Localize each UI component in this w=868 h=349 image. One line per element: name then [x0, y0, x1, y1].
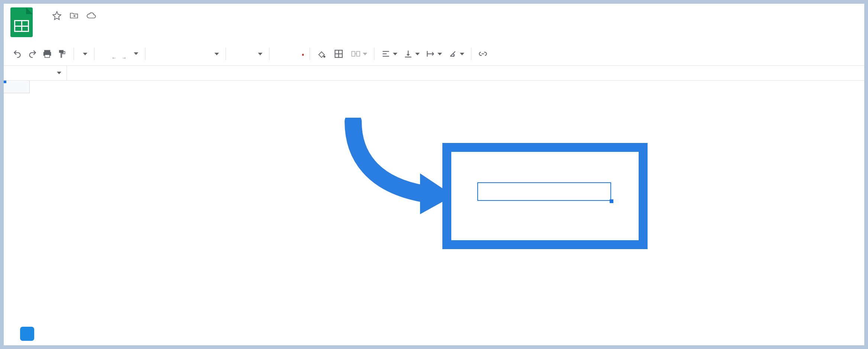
svg-rect-6 [352, 52, 355, 56]
toolbar: ← → [4, 42, 864, 66]
svg-point-2 [323, 56, 325, 57]
insert-link-icon[interactable] [478, 49, 488, 59]
borders-icon[interactable] [334, 49, 343, 59]
zoom-dropdown[interactable] [81, 53, 87, 55]
decrease-decimal-button[interactable]: ← [112, 49, 116, 59]
star-icon[interactable] [52, 11, 62, 20]
formula-input[interactable] [80, 66, 864, 80]
move-to-folder-icon[interactable] [69, 11, 79, 20]
horizontal-align-dropdown[interactable] [381, 49, 397, 59]
font-family-dropdown[interactable] [152, 53, 219, 55]
vertical-align-dropdown[interactable] [403, 49, 420, 59]
grid-container [4, 81, 864, 345]
select-all-corner[interactable] [4, 81, 30, 93]
text-rotation-dropdown[interactable] [448, 49, 464, 59]
text-wrap-dropdown[interactable] [426, 49, 442, 59]
more-formats-dropdown[interactable] [132, 52, 138, 55]
header [4, 4, 864, 37]
undo-icon[interactable] [13, 49, 22, 59]
watermark [20, 327, 42, 341]
svg-rect-7 [356, 52, 360, 56]
app-frame: ← → [4, 4, 864, 345]
name-box-caret-icon [57, 72, 61, 74]
print-icon[interactable] [42, 49, 52, 59]
cloud-saved-icon[interactable] [86, 11, 96, 20]
font-size-dropdown[interactable] [233, 53, 262, 55]
watermark-badge-icon [20, 327, 34, 341]
name-box[interactable] [4, 66, 67, 80]
fill-color-icon[interactable] [317, 49, 326, 59]
svg-rect-0 [44, 50, 50, 52]
svg-rect-1 [45, 55, 50, 58]
merge-cells-dropdown[interactable] [351, 49, 367, 59]
sheets-logo-icon[interactable] [10, 7, 33, 37]
increase-decimal-button[interactable]: → [122, 49, 126, 59]
formula-row [4, 66, 864, 81]
redo-icon[interactable] [28, 49, 37, 59]
paint-format-icon[interactable] [57, 49, 67, 59]
annotation-highlight-box [442, 143, 648, 249]
